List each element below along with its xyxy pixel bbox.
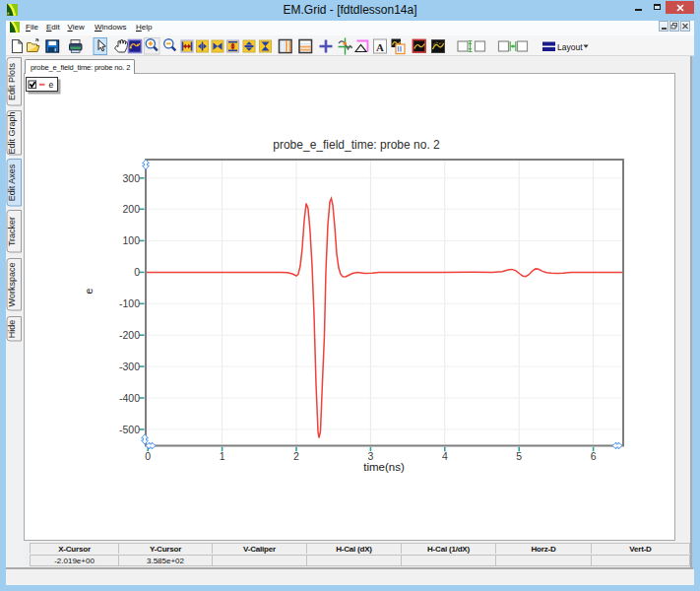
svg-text:-500: -500 <box>119 424 140 435</box>
svg-text:0: 0 <box>134 266 140 278</box>
svg-text:time(ns): time(ns) <box>363 461 405 473</box>
svg-text:6: 6 <box>591 450 597 462</box>
svg-text:4: 4 <box>442 450 448 462</box>
svg-text:A: A <box>376 41 384 53</box>
svg-text:e: e <box>83 288 95 294</box>
svg-text:Edit Plots: Edit Plots <box>7 62 17 100</box>
svg-text:Layout: Layout <box>557 42 583 52</box>
svg-text:-200: -200 <box>119 329 140 341</box>
svg-text:Workspace: Workspace <box>7 263 17 307</box>
svg-text:200: 200 <box>122 203 140 215</box>
svg-text:-100: -100 <box>119 297 140 309</box>
svg-text:1: 1 <box>220 450 225 462</box>
svg-text:5: 5 <box>516 450 522 462</box>
svg-text:e: e <box>48 80 53 90</box>
svg-text:0: 0 <box>145 450 151 462</box>
svg-text:Edit Graph: Edit Graph <box>7 111 17 154</box>
svg-text:probe_e_field_time: probe no.: probe_e_field_time: probe no. 2 <box>273 138 440 152</box>
svg-text:Tracker: Tracker <box>7 217 17 246</box>
svg-text:-400: -400 <box>119 392 140 404</box>
svg-text:Edit Axes: Edit Axes <box>7 164 17 201</box>
svg-text:2: 2 <box>293 450 299 462</box>
svg-text:100: 100 <box>122 234 140 246</box>
svg-text:-300: -300 <box>119 361 140 372</box>
svg-text:Hide: Hide <box>7 320 17 339</box>
svg-text:300: 300 <box>122 172 140 184</box>
